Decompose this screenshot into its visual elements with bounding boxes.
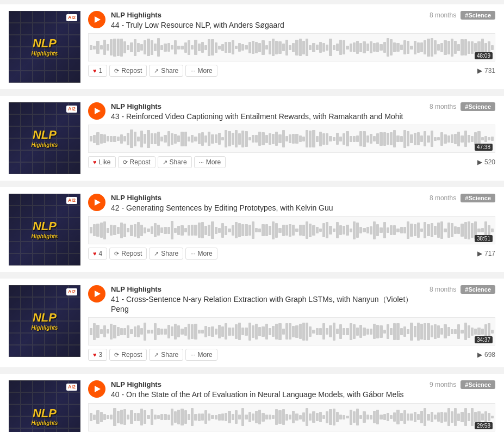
share-button[interactable]: ↗Share <box>149 248 183 260</box>
repost-button[interactable]: ⟳Repost <box>118 156 155 168</box>
more-label: More <box>206 158 221 166</box>
track-channel[interactable]: NLP Highlights <box>111 102 403 110</box>
track-age: 8 months <box>430 194 456 202</box>
like-button[interactable]: ♥Like <box>88 156 116 168</box>
duration-badge: 38:51 <box>475 235 493 242</box>
play-button[interactable] <box>88 102 105 120</box>
track-channel[interactable]: NLP Highlights <box>111 194 333 202</box>
share-icon: ↗ <box>163 159 167 166</box>
repost-icon: ⟳ <box>114 67 119 75</box>
ai2-badge: AI2 <box>66 106 77 113</box>
repost-icon: ⟳ <box>123 159 128 166</box>
ai2-badge: AI2 <box>66 288 77 295</box>
track-thumbnail: NLPHighlightsAI2 <box>9 380 80 432</box>
more-button[interactable]: ···More <box>185 349 217 361</box>
repost-button[interactable]: ⟳Repost <box>109 349 147 361</box>
waveform[interactable]: 34:37 <box>88 317 495 345</box>
repost-label: Repost <box>130 158 151 166</box>
more-label: More <box>197 250 212 257</box>
track-age: 8 months <box>430 286 456 293</box>
duration-badge: 48:09 <box>475 52 493 59</box>
play-count-number: 698 <box>484 351 495 359</box>
play-count-number: 717 <box>484 250 495 257</box>
more-icon: ··· <box>190 67 195 74</box>
track-card-track-44: NLPHighlightsAI2NLP Highlights44 - Truly… <box>0 4 504 89</box>
track-title: 41 - Cross-Sentence N-ary Relation Extra… <box>111 294 430 314</box>
duration-badge: 34:37 <box>475 336 493 343</box>
play-count: ▶717 <box>477 250 495 257</box>
play-button[interactable] <box>88 11 105 28</box>
more-button[interactable]: ···More <box>185 248 217 260</box>
track-card-track-43: NLPHighlightsAI2NLP Highlights43 - Reinf… <box>0 96 504 181</box>
waveform[interactable]: 47:38 <box>88 125 495 153</box>
like-button[interactable]: ♥1 <box>88 65 107 77</box>
track-channel[interactable]: NLP Highlights <box>111 285 430 293</box>
play-count-number: 731 <box>484 67 495 75</box>
track-title: 40 - On the State of the Art of Evaluati… <box>111 390 404 399</box>
share-label: Share <box>170 158 187 166</box>
science-badge[interactable]: #Science <box>461 380 495 389</box>
ai2-badge: AI2 <box>66 384 77 391</box>
track-age: 8 months <box>430 11 456 19</box>
science-badge[interactable]: #Science <box>461 194 495 202</box>
science-badge[interactable]: #Science <box>461 102 495 111</box>
track-thumbnail: NLPHighlightsAI2 <box>9 194 80 266</box>
track-thumbnail: NLPHighlightsAI2 <box>9 285 80 357</box>
share-label: Share <box>161 250 178 257</box>
heart-icon: ♥ <box>93 250 97 257</box>
like-count: 4 <box>99 250 103 257</box>
repost-button[interactable]: ⟳Repost <box>109 65 147 77</box>
ai2-badge: AI2 <box>66 14 77 21</box>
play-count-icon: ▶ <box>477 351 482 359</box>
track-age: 8 months <box>430 103 456 110</box>
more-button[interactable]: ···More <box>185 65 217 77</box>
share-icon: ↗ <box>154 67 159 75</box>
repost-label: Repost <box>121 67 142 75</box>
ai2-badge: AI2 <box>66 197 77 204</box>
share-icon: ↗ <box>154 351 159 359</box>
play-count: ▶520 <box>477 158 495 166</box>
repost-label: Repost <box>121 351 142 359</box>
heart-icon: ♥ <box>93 351 97 358</box>
waveform[interactable]: 38:51 <box>88 216 495 244</box>
heart-icon: ♥ <box>93 159 97 165</box>
duration-badge: 47:38 <box>475 144 493 151</box>
like-button[interactable]: ♥4 <box>88 248 107 260</box>
more-icon: ··· <box>199 159 204 165</box>
feed-container: NLPHighlightsAI2NLP Highlights44 - Truly… <box>0 0 504 432</box>
duration-badge: 29:58 <box>475 422 493 429</box>
share-button[interactable]: ↗Share <box>158 156 192 168</box>
play-icon <box>95 108 101 114</box>
track-age: 9 months <box>430 381 456 388</box>
repost-icon: ⟳ <box>114 250 119 257</box>
repost-icon: ⟳ <box>114 351 119 359</box>
science-badge[interactable]: #Science <box>461 285 495 294</box>
play-count: ▶698 <box>477 351 495 359</box>
track-card-track-40: NLPHighlightsAI2NLP Highlights40 - On th… <box>0 374 504 432</box>
play-count: ▶731 <box>477 67 495 75</box>
play-count-icon: ▶ <box>477 250 482 257</box>
repost-button[interactable]: ⟳Repost <box>109 248 147 260</box>
more-label: More <box>197 67 212 75</box>
track-channel[interactable]: NLP Highlights <box>111 11 284 19</box>
play-icon <box>95 291 101 297</box>
like-button[interactable]: ♥3 <box>88 349 107 361</box>
play-count-number: 520 <box>484 158 495 166</box>
science-badge[interactable]: #Science <box>461 11 495 20</box>
track-channel[interactable]: NLP Highlights <box>111 380 404 388</box>
heart-icon: ♥ <box>93 67 97 74</box>
play-button[interactable] <box>88 194 105 211</box>
like-count: Like <box>99 158 111 166</box>
track-thumbnail: NLPHighlightsAI2 <box>9 11 80 83</box>
waveform[interactable]: 29:58 <box>88 403 495 431</box>
repost-label: Repost <box>121 250 142 257</box>
play-count-icon: ▶ <box>477 158 482 166</box>
play-icon <box>95 386 101 392</box>
play-button[interactable] <box>88 380 105 398</box>
waveform[interactable]: 48:09 <box>88 33 495 61</box>
share-button[interactable]: ↗Share <box>149 65 183 77</box>
share-button[interactable]: ↗Share <box>149 349 183 361</box>
play-button[interactable] <box>88 285 105 303</box>
more-button[interactable]: ···More <box>194 156 226 168</box>
track-title: 42 - Generating Sentences by Editing Pro… <box>111 203 333 213</box>
